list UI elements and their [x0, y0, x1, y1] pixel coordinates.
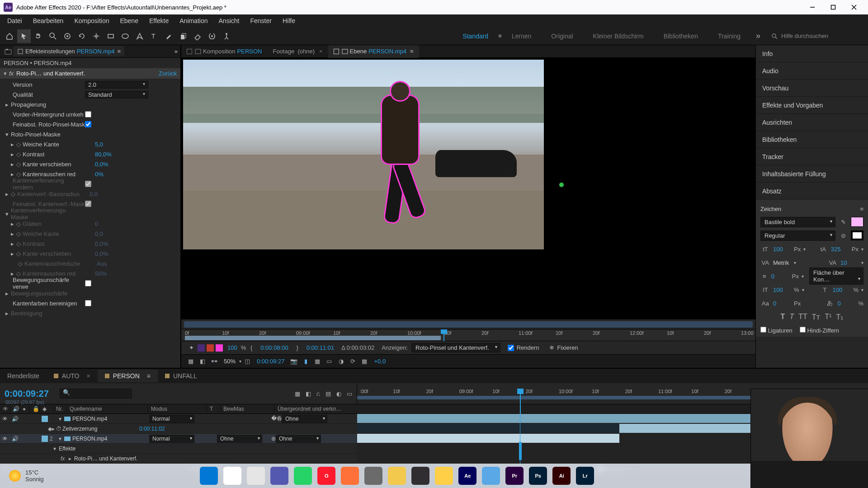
in-timecode[interactable]: 0:00:08:00 [257, 344, 292, 351]
menu-animation[interactable]: Animation [174, 15, 213, 26]
menu-ebene[interactable]: Ebene [114, 15, 143, 26]
workspace-standard[interactable]: Standard [453, 30, 498, 42]
hscale-value[interactable]: 100 [832, 286, 850, 293]
panel-menu-icon[interactable]: » [175, 48, 180, 55]
tsume-value[interactable]: 0 [837, 300, 855, 307]
decon-checkbox[interactable] [85, 300, 91, 306]
effects-presets-panel[interactable]: Effekte und Vorgaben [756, 97, 868, 114]
alpha-value[interactable]: 100 [224, 344, 241, 351]
taskbar-photoshop[interactable]: Ps [529, 467, 547, 485]
rect-tool-icon[interactable] [104, 29, 118, 43]
taskbar-illustrator[interactable]: Ai [552, 467, 571, 485]
footage-tab[interactable]: Footage (ohne) × [267, 45, 328, 58]
hand-tool-icon[interactable] [32, 29, 45, 43]
taskbar-windows-start[interactable] [200, 467, 218, 485]
layer-time-ruler[interactable]: 0f10f20f09:00f10f20f10:00f10f20f11:00f10… [181, 329, 755, 341]
font-family-select[interactable]: Bastile bold [760, 217, 835, 227]
comp-unfall-tab[interactable]: UNFALL [158, 370, 204, 382]
workspace-more-icon[interactable]: » [750, 31, 766, 41]
glasses-icon[interactable]: 👓 [208, 358, 220, 365]
out-timecode[interactable]: 0:00:11:01 [303, 344, 338, 351]
mask-icon[interactable]: ◑ [335, 358, 347, 365]
propagation-toggle[interactable]: Propagierung [11, 101, 83, 108]
roto-group-toggle[interactable]: Roto-Pinsel-Maske [11, 131, 83, 138]
effect-header[interactable]: ▾ fx Roto-Pi… und Kantenverf. Zurück [0, 68, 180, 79]
audio-col-icon[interactable]: 🔊 [10, 404, 20, 413]
visibility-col-icon[interactable]: 👁 [0, 404, 10, 413]
effect-reset-link[interactable]: Zurück [154, 70, 177, 77]
workspace-bibliotheken[interactable]: Bibliotheken [654, 30, 708, 42]
zoom-select[interactable]: 50% [220, 358, 239, 365]
contrast-value[interactable]: 80,0 [95, 151, 106, 158]
leading-value[interactable]: 325 [831, 246, 849, 253]
menu-fenster[interactable]: Fenster [245, 15, 277, 26]
eraser-tool-icon[interactable] [191, 29, 204, 43]
orbit-tool-icon[interactable] [61, 29, 74, 43]
work-area-bar[interactable] [181, 319, 755, 329]
stroke-mode-select[interactable]: Fläche über Kon… [809, 267, 863, 285]
layer-row-1[interactable]: 👁🔊 ▾ PERSON.mp4 Normal �春Ohne [0, 414, 357, 424]
layer-cti[interactable] [443, 329, 444, 341]
menu-effekte[interactable]: Effekte [144, 15, 174, 26]
content-fill-panel[interactable]: Inhaltsbasierte Füllung [756, 165, 868, 183]
effects-group-row[interactable]: ▾Effekte [0, 444, 357, 454]
pen-tool-icon[interactable] [133, 29, 146, 43]
font-style-select[interactable]: Regular [760, 230, 835, 241]
quality-select[interactable]: Standard [85, 91, 148, 99]
comp-auto-tab[interactable]: AUTO× [47, 370, 98, 382]
smallcaps-button[interactable]: Tᴛ [812, 313, 821, 321]
roto-tool-icon[interactable] [205, 29, 219, 43]
help-search[interactable]: Hilfe durchsuchen [766, 33, 865, 39]
menu-hilfe[interactable]: Hilfe [277, 15, 301, 26]
invert-checkbox[interactable] [85, 111, 91, 117]
menu-datei[interactable]: Datei [2, 15, 28, 26]
project-tab-icon[interactable] [3, 47, 14, 56]
alpha-icon[interactable]: ▦ [185, 358, 197, 365]
ligatures-checkbox[interactable]: Ligaturen [760, 327, 793, 334]
close-button[interactable] [844, 0, 864, 14]
audio-panel[interactable]: Audio [756, 62, 868, 80]
taskbar-app-grey[interactable] [364, 467, 382, 485]
comp-flowchart-icon[interactable]: ▦ [295, 390, 300, 397]
swatch-magenta[interactable] [216, 344, 223, 352]
taskbar-task-view[interactable] [247, 467, 265, 485]
libraries-panel[interactable]: Bibliotheken [756, 131, 868, 148]
refresh-icon[interactable]: ⟳ [347, 358, 359, 365]
fill-color-swatch[interactable] [851, 217, 863, 227]
menu-komposition[interactable]: Komposition [69, 15, 114, 26]
type-tool-icon[interactable]: T [147, 29, 161, 43]
stroke-width-value[interactable]: 0 [771, 273, 789, 280]
taskbar-search[interactable] [223, 467, 241, 485]
current-time[interactable]: 0:00:09:27 [253, 358, 288, 365]
menu-ansicht[interactable]: Ansicht [213, 15, 245, 26]
rgb-icon[interactable]: ▮ [300, 358, 311, 365]
channel-icon[interactable]: ◧ [197, 358, 208, 365]
info-panel[interactable]: Info [756, 45, 868, 62]
eyedropper-icon[interactable]: ✎ [838, 219, 848, 225]
italic-button[interactable]: T [789, 313, 794, 321]
label-col[interactable]: ◆ [40, 404, 53, 413]
zoom-tool-icon[interactable] [46, 29, 60, 43]
render-checkbox[interactable] [508, 345, 514, 351]
tracking-value[interactable]: 10 [840, 259, 859, 266]
baseline-value[interactable]: 0 [773, 300, 791, 307]
taskbar-explorer[interactable] [435, 467, 453, 485]
home-icon[interactable] [3, 29, 16, 43]
bold-button[interactable]: T [781, 313, 785, 321]
paragraph-panel[interactable]: Absatz [756, 183, 868, 200]
font-size-value[interactable]: 100 [773, 246, 791, 253]
time-remap-row[interactable]: ◆▸ ⏱ Zeitverzerrung 0:00:11:02 [0, 424, 357, 434]
workspace-kleiner[interactable]: Kleiner Bildschirm [583, 30, 654, 42]
puppet-tool-icon[interactable] [220, 29, 233, 43]
align-panel[interactable]: Ausrichten [756, 114, 868, 131]
superscript-button[interactable]: T¹ [825, 313, 832, 321]
tracker-panel[interactable]: Tracker [756, 148, 868, 165]
taskbar-opera[interactable]: O [317, 467, 335, 485]
fine-roto-checkbox[interactable] [85, 121, 91, 127]
ellipse-tool-icon[interactable] [118, 29, 132, 43]
transparency-icon[interactable]: ▩ [359, 358, 370, 365]
freeze-icon[interactable]: ❄ [547, 344, 557, 351]
clone-tool-icon[interactable] [176, 29, 190, 43]
shift-value[interactable]: 0,0 [95, 161, 103, 168]
panel-menu-icon[interactable]: ≡ [860, 206, 863, 212]
